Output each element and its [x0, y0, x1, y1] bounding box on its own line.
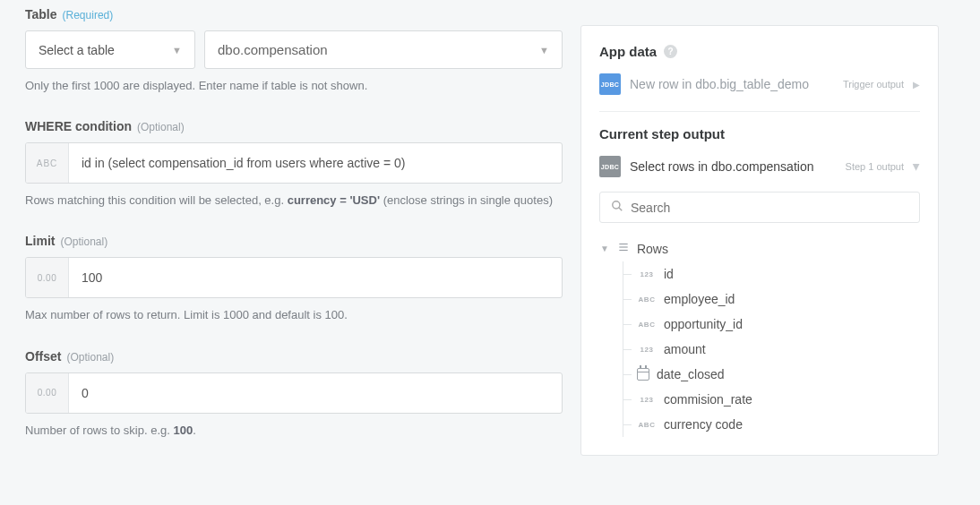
trigger-text: New row in dbo.big_table_demo — [630, 77, 834, 91]
limit-helper: Max number of rows to return. Limit is 1… — [25, 307, 563, 323]
data-panel: App data ? JDBC New row in dbo.big_table… — [580, 25, 939, 456]
jdbc-icon: JDBC — [599, 73, 621, 95]
trigger-row[interactable]: JDBC New row in dbo.big_table_demo Trigg… — [599, 70, 920, 109]
offset-field: Offset (Optional) 0.00 Number of rows to… — [25, 349, 563, 439]
chevron-down-icon: ▶ — [912, 163, 922, 170]
fields-tree: ▼ Rows 123idABCemployee_idABCopportunity… — [599, 235, 920, 437]
limit-input[interactable] — [69, 258, 562, 297]
optional-tag: (Optional) — [66, 351, 114, 364]
limit-field: Limit (Optional) 0.00 Max number of rows… — [25, 234, 563, 323]
app-data-title: App data — [599, 44, 657, 59]
chevron-down-icon: ▼ — [172, 45, 182, 56]
chevron-right-icon: ▶ — [913, 80, 920, 90]
number-type-icon: 123 — [637, 346, 657, 354]
list-icon — [617, 241, 630, 256]
field-name: currency code — [664, 417, 743, 432]
text-type-icon: ABC — [26, 143, 69, 183]
table-label-text: Table — [25, 7, 57, 21]
offset-input-row: 0.00 — [25, 372, 563, 414]
required-tag: (Required) — [63, 9, 114, 21]
current-output-header: Current step output — [599, 126, 920, 141]
limit-input-row: 0.00 — [25, 257, 563, 298]
limit-label: Limit (Optional) — [25, 234, 563, 248]
trigger-suffix: Trigger output — [843, 79, 904, 90]
number-type-icon: 0.00 — [26, 258, 69, 297]
field-name: amount — [664, 342, 706, 356]
where-input-row: ABC — [25, 142, 563, 184]
field-item[interactable]: ABCopportunity_id — [601, 312, 920, 337]
text-type-icon: ABC — [637, 321, 657, 329]
help-icon[interactable]: ? — [664, 45, 677, 58]
limit-label-text: Limit — [25, 234, 55, 248]
chevron-down-icon: ▼ — [539, 45, 549, 56]
step-suffix: Step 1 output — [846, 161, 904, 172]
where-label: WHERE condition (Optional) — [25, 119, 563, 133]
table-value-text: dbo.compensation — [218, 42, 328, 57]
field-name: date_closed — [657, 367, 725, 381]
select-table-dropdown[interactable]: Select a table ▼ — [25, 30, 195, 69]
field-name: employee_id — [664, 292, 735, 306]
number-type-icon: 123 — [637, 270, 657, 278]
where-helper: Rows matching this condition will be sel… — [25, 193, 563, 209]
jdbc-icon: JDBC — [599, 156, 621, 177]
table-field: Table (Required) Select a table ▼ dbo.co… — [25, 7, 563, 94]
select-table-placeholder: Select a table — [39, 43, 115, 57]
where-label-text: WHERE condition — [25, 119, 132, 133]
step-row[interactable]: JDBC Select rows in dbo.compensation Ste… — [599, 152, 920, 192]
search-input[interactable] — [631, 201, 908, 215]
search-icon — [611, 200, 623, 215]
svg-point-0 — [613, 201, 620, 209]
field-item[interactable]: ABCemployee_id — [601, 287, 920, 312]
search-box[interactable] — [599, 192, 920, 223]
field-name: id — [664, 267, 674, 281]
field-item[interactable]: 123id — [601, 261, 920, 287]
where-field: WHERE condition (Optional) ABC Rows matc… — [25, 119, 563, 209]
offset-helper: Number of rows to skip. e.g. 100. — [25, 423, 563, 439]
offset-label-text: Offset — [25, 349, 61, 364]
field-item[interactable]: ABCcurrency code — [601, 412, 920, 437]
table-label: Table (Required) — [25, 7, 563, 21]
app-data-header: App data ? — [599, 44, 920, 59]
text-type-icon: ABC — [637, 295, 657, 304]
number-type-icon: 0.00 — [26, 373, 69, 413]
field-item[interactable]: date_closed — [601, 362, 920, 387]
table-value-dropdown[interactable]: dbo.compensation ▼ — [204, 30, 563, 69]
offset-label: Offset (Optional) — [25, 349, 563, 364]
calendar-icon — [637, 368, 649, 381]
number-type-icon: 123 — [637, 396, 657, 404]
field-name: opportunity_id — [664, 317, 743, 331]
field-name: commision_rate — [664, 392, 752, 407]
optional-tag: (Optional) — [137, 121, 185, 133]
rows-node[interactable]: ▼ Rows — [601, 235, 920, 261]
svg-line-1 — [619, 208, 623, 211]
caret-down-icon: ▼ — [600, 244, 609, 253]
rows-label: Rows — [637, 242, 668, 256]
table-helper: Only the first 1000 are displayed. Enter… — [25, 78, 563, 94]
text-type-icon: ABC — [637, 421, 657, 429]
optional-tag: (Optional) — [60, 235, 107, 248]
step-text: Select rows in dbo.compensation — [630, 159, 837, 174]
field-item[interactable]: 123commision_rate — [601, 387, 920, 412]
field-item[interactable]: 123amount — [601, 337, 920, 362]
where-input[interactable] — [69, 143, 562, 183]
divider — [599, 111, 920, 112]
offset-input[interactable] — [69, 373, 562, 413]
